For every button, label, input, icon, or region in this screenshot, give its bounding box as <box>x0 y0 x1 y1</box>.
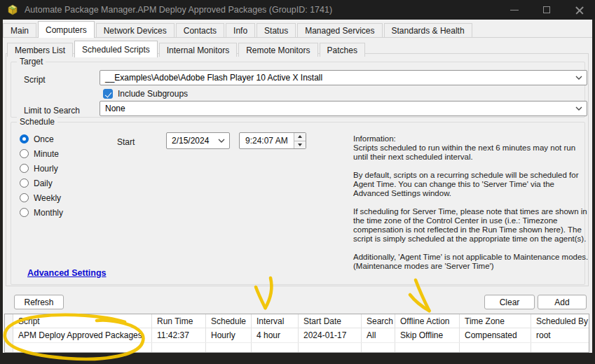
tab-scheduled-scripts[interactable]: Scheduled Scripts <box>74 41 158 57</box>
limit-to-search-value: None <box>100 104 571 113</box>
arrow-down-icon <box>298 144 302 146</box>
radio-monthly[interactable]: Monthly <box>20 205 63 220</box>
package-app-icon <box>7 4 18 15</box>
scheduled-scripts-panel: Target Script __Examples\Adobe\Adobe Fla… <box>6 53 589 286</box>
column-header-schedule[interactable]: Schedule <box>206 314 252 328</box>
chevron-down-icon <box>571 76 587 80</box>
column-header-offline-action[interactable]: Offline Action <box>395 314 460 328</box>
sub-tab-bar: Members List Scheduled Scripts Internal … <box>7 40 592 57</box>
window-title: Automate Package Manager.APM Deploy Appr… <box>25 5 332 15</box>
chevron-down-icon <box>214 139 229 143</box>
schedule-frequency-radios: Once Minute Hourly Daily <box>20 132 63 220</box>
radio-minute-icon <box>20 149 29 158</box>
cell-start-date: 2024-01-17 <box>299 328 362 342</box>
tab-computers[interactable]: Computers <box>38 21 95 38</box>
spin-down-button[interactable] <box>294 141 306 149</box>
radio-daily[interactable]: Daily <box>20 176 63 190</box>
radio-weekly-label: Weekly <box>34 193 61 203</box>
refresh-button[interactable]: Refresh <box>14 295 64 309</box>
row-gutter <box>5 328 13 342</box>
info-paragraph: By default, scripts on a recurring sched… <box>353 171 591 198</box>
include-subgroups-checkbox[interactable] <box>103 89 113 99</box>
tab-managed-services[interactable]: Managed Services <box>297 23 382 37</box>
tab-internal-monitors[interactable]: Internal Monitors <box>159 43 237 57</box>
radio-hourly[interactable]: Hourly <box>20 161 63 176</box>
table-row[interactable]: APM Deploy Approved Packages 11:42:37 Ho… <box>5 328 589 343</box>
tab-standards-health[interactable]: Standards & Health <box>384 23 472 37</box>
empty-cell <box>531 343 589 352</box>
maximize-button[interactable] <box>531 0 563 20</box>
tab-info[interactable]: Info <box>226 23 255 37</box>
tab-network-devices[interactable]: Network Devices <box>96 23 175 37</box>
radio-weekly-icon <box>20 193 29 202</box>
tab-status[interactable]: Status <box>257 23 296 37</box>
time-spin-buttons <box>294 133 306 148</box>
target-group: Target Script __Examples\Adobe\Adobe Fla… <box>11 62 585 118</box>
radio-monthly-icon <box>20 208 29 217</box>
cell-time-zone: Compensated <box>460 328 531 342</box>
window-controls <box>498 0 595 20</box>
cell-search: All <box>362 328 395 342</box>
column-header-start-date[interactable]: Start Date <box>299 314 362 328</box>
limit-to-search-label: Limit to Search <box>24 106 80 115</box>
schedule-group: Schedule Once Minute Hourly <box>11 122 585 285</box>
empty-cell <box>299 343 362 352</box>
spin-up-button[interactable] <box>294 133 306 141</box>
cell-scheduled-by: root <box>531 328 589 342</box>
empty-cell <box>206 343 252 352</box>
column-header-interval[interactable]: Interval <box>252 314 299 328</box>
main-tab-bar: Main Computers Network Devices Contacts … <box>3 21 592 38</box>
chevron-down-icon <box>571 106 587 111</box>
radio-monthly-label: Monthly <box>34 208 63 218</box>
column-header-script[interactable]: Script <box>13 314 152 328</box>
radio-once[interactable]: Once <box>20 132 63 146</box>
tab-main[interactable]: Main <box>3 23 36 37</box>
start-date-picker[interactable]: 2/15/2024 <box>166 132 230 149</box>
arrow-up-icon <box>298 135 302 138</box>
tab-contacts[interactable]: Contacts <box>176 23 224 37</box>
radio-daily-icon <box>20 178 29 188</box>
radio-minute[interactable]: Minute <box>20 146 63 161</box>
title-bar: Automate Package Manager.APM Deploy Appr… <box>0 0 595 20</box>
advanced-settings-link[interactable]: Advanced Settings <box>27 268 107 278</box>
empty-cell <box>152 343 206 352</box>
tab-patches[interactable]: Patches <box>320 43 365 57</box>
schedule-info-text: Information: Scripts scheduled to run wi… <box>353 134 591 280</box>
cell-script: APM Deploy Approved Packages <box>13 328 152 342</box>
empty-cell <box>252 343 299 352</box>
radio-once-icon <box>20 134 29 144</box>
maximize-icon <box>543 6 550 13</box>
info-paragraph: Additionally, 'Agent Time' is not applic… <box>353 253 591 271</box>
cell-run-time: 11:42:37 <box>152 328 206 342</box>
info-paragraph: If scheduling for Server Time, please no… <box>353 207 591 244</box>
column-header-scheduled-by[interactable]: Scheduled By <box>531 314 589 328</box>
column-header-time-zone[interactable]: Time Zone <box>460 314 531 328</box>
script-dropdown[interactable]: __Examples\Adobe\Adobe Flash Player 10 A… <box>100 70 587 85</box>
schedule-group-label: Schedule <box>17 117 57 127</box>
radio-weekly[interactable]: Weekly <box>20 190 63 205</box>
table-header-row: Script Run Time Schedule Interval Start … <box>5 314 589 328</box>
empty-cell <box>362 343 395 352</box>
info-paragraph: Scripts scheduled to run within the next… <box>353 144 591 162</box>
radio-minute-label: Minute <box>34 149 59 159</box>
radio-daily-label: Daily <box>34 178 53 188</box>
start-time-spinner[interactable]: 9:24:07 AM <box>239 132 306 149</box>
limit-to-search-dropdown[interactable]: None <box>100 101 587 116</box>
add-button[interactable]: Add <box>538 295 587 309</box>
clear-button[interactable]: Clear <box>484 295 535 309</box>
table-empty-row <box>5 343 589 352</box>
empty-cell <box>460 343 531 352</box>
empty-cell <box>395 343 460 352</box>
info-heading: Information: <box>353 134 591 144</box>
minimize-button[interactable] <box>498 0 531 20</box>
start-label: Start <box>117 137 135 147</box>
close-button[interactable] <box>563 0 595 20</box>
tab-remote-monitors[interactable]: Remote Monitors <box>238 43 317 57</box>
column-header-run-time[interactable]: Run Time <box>152 314 206 328</box>
column-header-search[interactable]: Search <box>362 314 395 328</box>
include-subgroups-row: Include Subgroups <box>103 89 188 99</box>
window-content: Main Computers Network Devices Contacts … <box>3 20 592 353</box>
tab-members-list[interactable]: Members List <box>7 43 73 57</box>
close-icon <box>575 6 583 14</box>
radio-hourly-label: Hourly <box>34 164 58 174</box>
